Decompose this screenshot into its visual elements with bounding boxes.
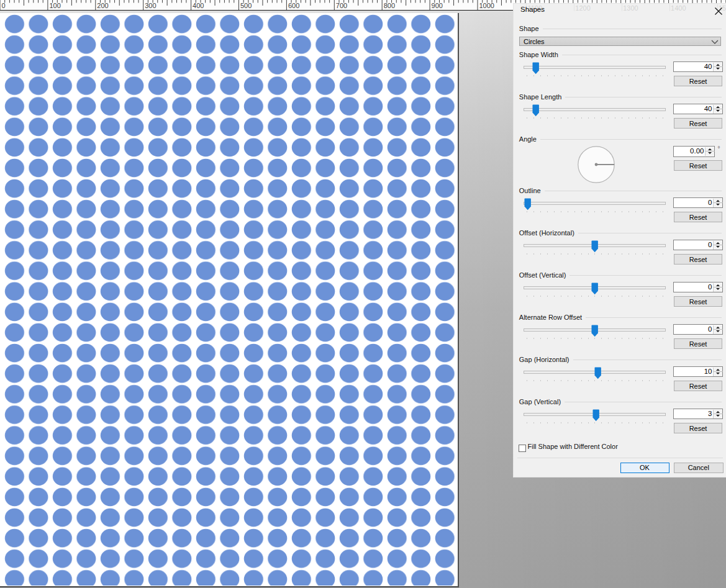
svg-text:400: 400 — [193, 2, 204, 9]
svg-text:0: 0 — [2, 2, 6, 9]
svg-text:900: 900 — [432, 2, 443, 9]
svg-text:1000: 1000 — [479, 2, 494, 9]
svg-text:100: 100 — [49, 2, 60, 9]
svg-text:700: 700 — [336, 2, 347, 9]
svg-text:500: 500 — [240, 2, 252, 9]
svg-text:600: 600 — [288, 2, 299, 9]
svg-text:200: 200 — [97, 2, 108, 9]
svg-text:300: 300 — [145, 2, 156, 9]
svg-text:800: 800 — [384, 2, 395, 9]
